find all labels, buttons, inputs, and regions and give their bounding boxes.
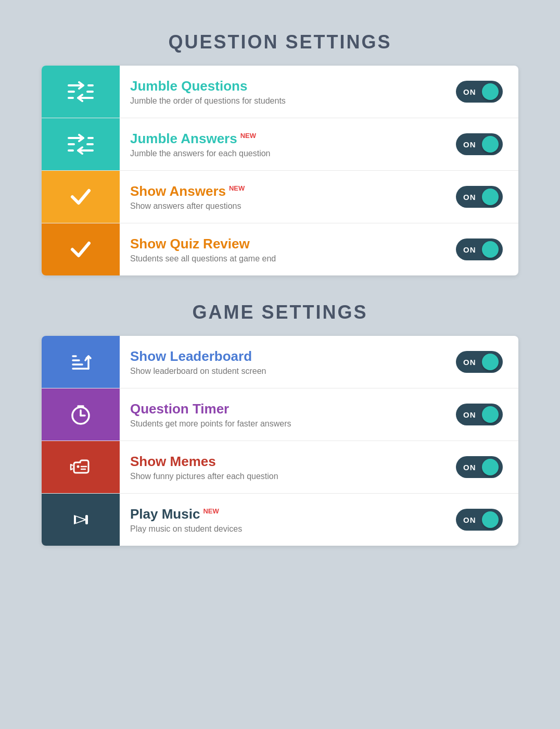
question-timer-content: Question Timer Students get more points …: [120, 393, 440, 437]
question-timer-toggle-knob: [482, 406, 499, 423]
show-memes-content: Show Memes Show funny pictures after eac…: [120, 445, 440, 489]
setting-row-show-memes: Show Memes Show funny pictures after eac…: [42, 441, 518, 494]
jumble-questions-content: Jumble Questions Jumble the order of que…: [120, 70, 440, 114]
show-leaderboard-desc: Show leaderboard on student screen: [130, 367, 430, 376]
show-quiz-review-icon: [42, 223, 120, 275]
setting-row-show-quiz-review: Show Quiz Review Students see all questi…: [42, 223, 518, 275]
jumble-questions-title: Jumble Questions: [130, 78, 430, 94]
show-answers-desc: Show answers after questions: [130, 202, 430, 211]
svg-point-8: [77, 466, 80, 468]
game-settings-container: Show Leaderboard Show leaderboard on stu…: [42, 336, 518, 546]
jumble-answers-icon: [42, 118, 120, 170]
setting-row-jumble-questions: Jumble Questions Jumble the order of que…: [42, 66, 518, 118]
jumble-questions-toggle-container: ON: [440, 81, 518, 103]
jumble-answers-toggle-label: ON: [463, 140, 482, 149]
setting-row-show-leaderboard: Show Leaderboard Show leaderboard on stu…: [42, 336, 518, 388]
game-settings-title: GAME SETTINGS: [42, 301, 518, 323]
jumble-questions-toggle-knob: [482, 83, 499, 100]
show-memes-toggle-label: ON: [463, 463, 482, 472]
show-answers-toggle-knob: [482, 188, 499, 205]
show-answers-title: Show AnswersNEW: [130, 183, 430, 199]
show-answers-icon: [42, 171, 120, 223]
show-memes-toggle-container: ON: [440, 456, 518, 478]
question-timer-toggle[interactable]: ON: [456, 404, 503, 425]
jumble-answers-toggle-knob: [482, 136, 499, 153]
question-timer-toggle-label: ON: [463, 410, 482, 419]
show-answers-toggle-label: ON: [463, 193, 482, 202]
question-settings-title: QUESTION SETTINGS: [42, 31, 518, 53]
play-music-title: Play MusicNEW: [130, 506, 430, 522]
show-memes-toggle[interactable]: ON: [456, 456, 503, 478]
jumble-answers-toggle-container: ON: [440, 133, 518, 155]
question-settings-container: Jumble Questions Jumble the order of que…: [42, 66, 518, 275]
play-music-icon: [42, 494, 120, 546]
show-answers-content: Show AnswersNEW Show answers after quest…: [120, 175, 440, 219]
show-quiz-review-toggle-container: ON: [440, 238, 518, 260]
jumble-answers-toggle[interactable]: ON: [456, 133, 503, 155]
question-timer-toggle-container: ON: [440, 404, 518, 425]
show-leaderboard-toggle-label: ON: [463, 358, 482, 367]
show-leaderboard-icon: [42, 336, 120, 388]
show-quiz-review-desc: Students see all questions at game end: [130, 254, 430, 263]
show-quiz-review-toggle-label: ON: [463, 245, 482, 254]
jumble-answers-new-badge: NEW: [240, 132, 256, 140]
jumble-questions-icon: [42, 66, 120, 118]
setting-row-question-timer: Question Timer Students get more points …: [42, 388, 518, 441]
setting-row-play-music: Play MusicNEW Play music on student devi…: [42, 494, 518, 546]
question-timer-icon: [42, 388, 120, 441]
show-memes-desc: Show funny pictures after each question: [130, 472, 430, 481]
play-music-toggle-label: ON: [463, 516, 482, 524]
show-memes-icon: [42, 441, 120, 493]
show-leaderboard-content: Show Leaderboard Show leaderboard on stu…: [120, 340, 440, 384]
jumble-questions-desc: Jumble the order of questions for studen…: [130, 96, 430, 106]
setting-row-jumble-answers: Jumble AnswersNEW Jumble the answers for…: [42, 118, 518, 171]
play-music-desc: Play music on student devices: [130, 524, 430, 534]
show-leaderboard-toggle-knob: [482, 354, 499, 370]
show-answers-toggle[interactable]: ON: [456, 186, 503, 208]
show-memes-toggle-knob: [482, 459, 499, 475]
question-timer-title: Question Timer: [130, 401, 430, 417]
show-leaderboard-toggle-container: ON: [440, 351, 518, 373]
jumble-answers-desc: Jumble the answers for each question: [130, 149, 430, 158]
show-quiz-review-title: Show Quiz Review: [130, 236, 430, 252]
jumble-answers-title: Jumble AnswersNEW: [130, 131, 430, 147]
play-music-new-badge: NEW: [203, 507, 219, 515]
show-answers-new-badge: NEW: [229, 184, 245, 192]
show-leaderboard-title: Show Leaderboard: [130, 348, 430, 364]
play-music-toggle-container: ON: [440, 509, 518, 531]
show-quiz-review-content: Show Quiz Review Students see all questi…: [120, 228, 440, 272]
svg-rect-13: [85, 515, 88, 524]
jumble-questions-toggle[interactable]: ON: [456, 81, 503, 103]
show-leaderboard-toggle[interactable]: ON: [456, 351, 503, 373]
show-quiz-review-toggle[interactable]: ON: [456, 238, 503, 260]
jumble-questions-toggle-label: ON: [463, 87, 482, 96]
show-quiz-review-toggle-knob: [482, 241, 499, 258]
show-answers-toggle-container: ON: [440, 186, 518, 208]
jumble-answers-content: Jumble AnswersNEW Jumble the answers for…: [120, 122, 440, 167]
question-timer-desc: Students get more points for faster answ…: [130, 419, 430, 429]
setting-row-show-answers: Show AnswersNEW Show answers after quest…: [42, 171, 518, 223]
play-music-toggle[interactable]: ON: [456, 509, 503, 531]
play-music-toggle-knob: [482, 511, 499, 528]
play-music-content: Play MusicNEW Play music on student devi…: [120, 498, 440, 542]
show-memes-title: Show Memes: [130, 454, 430, 470]
